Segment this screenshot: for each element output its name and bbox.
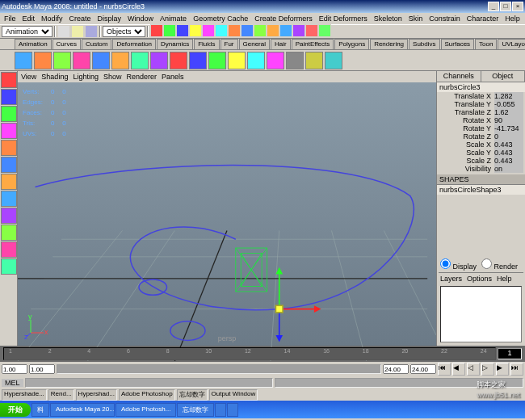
menu-help[interactable]: Help [502,15,523,23]
tool-icon-0[interactable] [1,72,17,88]
help-item[interactable]: Adobe Photoshop [119,389,175,401]
display-radio[interactable]: Display [440,258,477,271]
step-back-icon[interactable]: ◀ [452,363,465,376]
menu-modify[interactable]: Modify [39,15,65,23]
toolbar-icon-1[interactable] [163,24,176,37]
file-new-icon[interactable] [57,25,70,38]
perspective-viewport[interactable]: Verts:00Edges:00Faces:00Tris:00UVs:00 x … [18,82,436,346]
shelf-icon-5[interactable] [111,52,129,69]
toolbar-icon-5[interactable] [215,24,228,37]
toolbar-icon-3[interactable] [189,24,202,37]
tool-icon-11[interactable] [1,258,17,275]
menu-create[interactable]: Create [67,15,94,23]
panel-menu-show[interactable]: Show [103,73,122,81]
file-save-icon[interactable] [85,25,98,38]
attr-TranslateY[interactable]: Translate Y [439,100,494,108]
range-start-field[interactable] [29,364,55,374]
tab-object[interactable]: Object [481,71,526,82]
shelf-tab-toon[interactable]: Toon [475,39,497,49]
rewind-icon[interactable]: ⏮ [438,363,451,376]
menu-skeleton[interactable]: Skeleton [372,15,405,23]
selected-object-name[interactable]: nurbsCircle3 [437,82,525,92]
help-item[interactable]: Hypershad... [76,389,117,401]
menu-skin[interactable]: Skin [406,15,426,23]
shelf-tab-deformation[interactable]: Deformation [112,39,156,49]
panel-menu-panels[interactable]: Panels [162,73,184,81]
shelf-icon-9[interactable] [189,52,207,69]
help-item[interactable]: Rend... [48,389,74,401]
shelf-tab-rendering[interactable]: Rendering [370,39,408,49]
taskbar-task[interactable]: Adobe Photosh... [116,403,176,417]
toolbar-icon-6[interactable] [228,24,241,37]
attr-RotateY[interactable]: Rotate Y [439,124,494,132]
shelf-tab-fluids[interactable]: Fluids [194,39,219,49]
menu-create-deformers[interactable]: Create Deformers [252,15,315,23]
attr-ScaleX[interactable]: Scale X [439,141,494,149]
toolbar-icon-9[interactable] [267,24,279,37]
menu-display[interactable]: Display [95,15,124,23]
toolbar-icon-0[interactable] [150,24,163,37]
menu-animate[interactable]: Animate [158,15,189,23]
tool-icon-7[interactable] [1,191,17,207]
fast-forward-icon[interactable]: ⏭ [510,363,523,376]
taskbar-task[interactable] [227,403,238,417]
shelf-icon-4[interactable] [92,52,110,69]
module-selector[interactable]: Animation [2,26,52,37]
toolbar-icon-2[interactable] [176,24,189,37]
toolbar-icon-13[interactable] [318,24,331,37]
menu-geometry-cache[interactable]: Geometry Cache [191,15,250,23]
attr-TranslateZ[interactable]: Translate Z [439,108,494,116]
shelf-icon-15[interactable] [305,52,323,69]
shelf-icon-16[interactable] [325,52,342,69]
command-input[interactable] [25,378,274,388]
tool-icon-10[interactable] [1,242,17,258]
attr-ScaleZ[interactable]: Scale Z [439,157,494,165]
attr-ScaleY[interactable]: Scale Y [439,149,494,157]
range-bar[interactable] [57,364,381,374]
menu-edit[interactable]: Edit [20,15,38,23]
shelf-icon-3[interactable] [73,52,90,69]
layer-menu-options[interactable]: Options [467,275,492,283]
anim-start-field[interactable] [2,364,27,374]
shelf-tab-polygons[interactable]: Polygons [334,39,369,49]
shelf-icon-7[interactable] [150,52,168,69]
toolbar-icon-7[interactable] [241,24,254,37]
render-radio[interactable]: Render [481,258,518,271]
layer-menu-layers[interactable]: Layers [440,275,462,283]
script-language-label[interactable]: MEL [2,379,23,387]
shelf-tab-custom[interactable]: Custom [82,39,112,49]
toolbar-icon-11[interactable] [292,24,305,37]
shelf-icon-13[interactable] [267,52,284,69]
selection-mask-dropdown[interactable]: Objects [103,26,145,37]
shelf-tab-painteffects[interactable]: PaintEffects [292,39,334,49]
toolbar-icon-12[interactable] [305,24,318,37]
attr-RotateX[interactable]: Rotate X [439,116,494,124]
shelf-icon-1[interactable] [34,52,52,69]
taskbar-task[interactable]: 忘却数字 [177,403,214,417]
panel-menu-renderer[interactable]: Renderer [126,73,157,81]
attr-RotateZ[interactable]: Rotate Z [439,132,494,141]
play-forward-icon[interactable]: ▷ [481,363,494,376]
start-button[interactable]: 开始 [0,403,31,417]
shelf-tab-hair[interactable]: Hair [271,39,291,49]
attr-Visibility[interactable]: Visibility [439,165,494,173]
shelf-icon-8[interactable] [170,52,187,69]
shelf-icon-2[interactable] [53,52,71,69]
taskbar-task[interactable]: 料 [32,403,49,417]
shelf-tab-general[interactable]: General [239,39,270,49]
current-frame-field[interactable]: 1 [498,348,522,359]
shelf-icon-10[interactable] [208,52,226,69]
layer-editor-list[interactable] [440,286,522,342]
menu-character[interactable]: Character [464,15,502,23]
attr-TranslateX[interactable]: Translate X [439,92,494,100]
shelf-tab-fur[interactable]: Fur [220,39,238,49]
toolbar-icon-10[interactable] [279,24,292,37]
shelf-tab-subdivs[interactable]: Subdivs [409,39,439,49]
shelf-tab-animation[interactable]: Animation [15,39,52,49]
shelf-tab-surfaces[interactable]: Surfaces [441,39,475,49]
help-item[interactable]: 忘却数字 [177,389,208,401]
toolbar-icon-4[interactable] [202,24,215,37]
shelf-icon-12[interactable] [247,52,265,69]
shelf-icon-11[interactable] [228,52,246,69]
panel-menu-lighting[interactable]: Lighting [73,73,99,81]
